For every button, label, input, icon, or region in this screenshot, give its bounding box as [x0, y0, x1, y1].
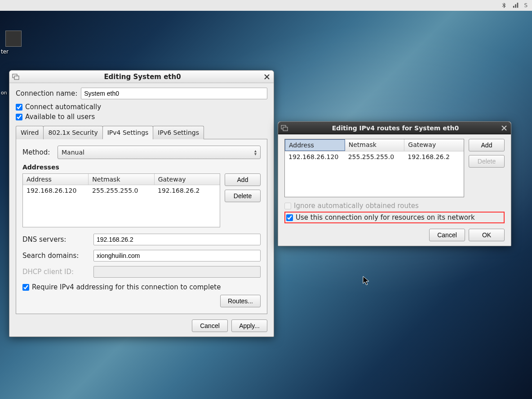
tab-ipv6-settings[interactable]: IPv6 Settings	[153, 126, 204, 139]
routes-titlebar[interactable]: Editing IPv4 routes for System eth0	[278, 122, 511, 134]
col-gateway[interactable]: Gateway	[155, 174, 220, 185]
svg-rect-3	[283, 127, 288, 131]
top-panel: S	[0, 0, 532, 11]
ignore-routes-label: Ignore automatically obtained routes	[294, 202, 419, 210]
desktop-icon-label: ter	[1, 49, 9, 55]
cancel-button[interactable]: Cancel	[192, 319, 228, 332]
table-row[interactable]: 192.168.26.120 255.255.255.0 192.168.26.…	[23, 185, 220, 196]
connect-automatically-checkbox[interactable]	[16, 104, 22, 111]
table-row[interactable]: 192.168.26.120 255.255.255.0 192.168.26.…	[285, 151, 464, 162]
col-netmask[interactable]: Netmask	[345, 139, 405, 151]
bluetooth-icon[interactable]	[501, 2, 508, 9]
cell-netmask: 255.255.255.0	[89, 185, 154, 196]
method-select[interactable]: Manual ▴▾	[58, 146, 261, 159]
dhcp-client-id-label: DHCP client ID:	[22, 268, 90, 276]
panel-extra: S	[524, 2, 528, 9]
titlebar[interactable]: Editing System eth0	[9, 71, 274, 83]
cell-address: 192.168.26.120	[23, 185, 89, 196]
tab-ipv4-settings[interactable]: IPv4 Settings	[102, 126, 154, 139]
apply-button[interactable]: Apply...	[231, 319, 267, 332]
network-signal-icon[interactable]	[512, 2, 519, 9]
require-ipv4-checkbox[interactable]	[22, 284, 29, 291]
addresses-heading: Addresses	[22, 164, 261, 171]
available-to-all-label: Available to all users	[25, 113, 95, 121]
method-value: Manual	[62, 149, 84, 156]
tab-bar: Wired 802.1x Security IPv4 Settings IPv6…	[16, 125, 267, 139]
ipv4-settings-panel: Method: Manual ▴▾ Addresses Address Netm…	[16, 139, 267, 314]
routes-button[interactable]: Routes...	[220, 295, 261, 307]
addresses-table[interactable]: Address Netmask Gateway 192.168.26.120 2…	[22, 173, 220, 227]
close-icon[interactable]	[263, 73, 271, 81]
routes-table-header: Address Netmask Gateway	[285, 139, 464, 151]
dns-servers-label: DNS servers:	[22, 235, 90, 244]
window-title: Editing System eth0	[22, 73, 263, 81]
search-domains-input[interactable]	[93, 250, 261, 262]
window-icon	[281, 124, 288, 132]
method-label: Method:	[22, 148, 54, 156]
routes-window-title: Editing IPv4 routes for System eth0	[291, 124, 500, 132]
delete-route-button[interactable]: Delete	[469, 155, 505, 168]
add-route-button[interactable]: Add	[469, 139, 505, 151]
col-address[interactable]: Address	[23, 174, 89, 185]
delete-address-button[interactable]: Delete	[225, 190, 261, 202]
cell-gateway: 192.168.26.2	[404, 151, 464, 162]
col-netmask[interactable]: Netmask	[89, 174, 154, 185]
dhcp-client-id-input	[93, 266, 261, 278]
connect-automatically-label: Connect automatically	[25, 103, 101, 111]
cell-address: 192.168.26.120	[285, 151, 345, 162]
only-network-label: Use this connection only for resources o…	[296, 213, 475, 222]
available-to-all-checkbox[interactable]	[16, 114, 22, 120]
require-ipv4-label: Require IPv4 addressing for this connect…	[32, 283, 221, 291]
editing-routes-window: Editing IPv4 routes for System eth0 Addr…	[278, 121, 511, 246]
tab-8021x-security[interactable]: 802.1x Security	[43, 126, 102, 139]
dns-servers-input[interactable]	[93, 234, 261, 245]
cell-netmask: 255.255.255.0	[345, 151, 404, 162]
only-network-checkbox[interactable]	[286, 214, 293, 221]
highlight-box: Use this connection only for resources o…	[284, 212, 505, 223]
col-gateway[interactable]: Gateway	[404, 139, 464, 151]
routes-cancel-button[interactable]: Cancel	[429, 229, 465, 241]
ignore-routes-checkbox	[284, 203, 291, 209]
routes-table[interactable]: Address Netmask Gateway 192.168.26.120 2…	[284, 139, 464, 197]
chevron-updown-icon: ▴▾	[254, 149, 257, 155]
tab-wired[interactable]: Wired	[16, 126, 44, 139]
desktop-icon-on: on	[1, 90, 7, 96]
cursor-icon	[363, 276, 370, 288]
routes-ok-button[interactable]: OK	[469, 229, 505, 241]
col-address[interactable]: Address	[285, 139, 345, 151]
connection-name-input[interactable]	[81, 88, 267, 99]
editing-connection-window: Editing System eth0 Connection name: Con…	[9, 70, 274, 337]
close-icon[interactable]	[500, 124, 508, 132]
connection-name-label: Connection name:	[16, 89, 77, 98]
add-address-button[interactable]: Add	[225, 173, 261, 186]
window-icon	[12, 73, 19, 80]
addresses-table-header: Address Netmask Gateway	[23, 174, 220, 185]
svg-rect-1	[14, 76, 19, 80]
search-domains-label: Search domains:	[22, 252, 90, 260]
cell-gateway: 192.168.26.2	[154, 185, 220, 196]
